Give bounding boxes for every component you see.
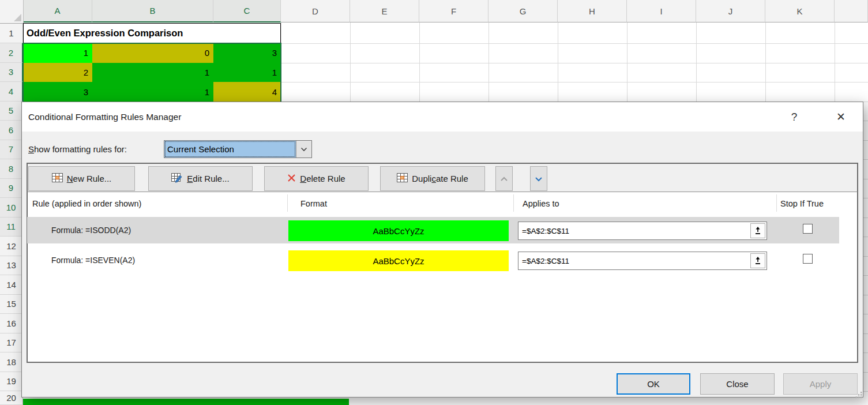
row-header-15[interactable]: 15 — [0, 295, 23, 314]
duplicate-rule-button[interactable]: Duplicate Rule — [380, 166, 485, 191]
chevron-down-icon[interactable] — [296, 141, 311, 158]
row20-formatted-strip[interactable] — [23, 399, 349, 405]
row-header-16[interactable]: 16 — [0, 314, 23, 333]
delete-rule-button[interactable]: Delete Rule — [264, 166, 369, 191]
column-header-C[interactable]: C — [213, 0, 281, 22]
delete-rule-icon — [287, 174, 296, 184]
gridline — [419, 22, 420, 102]
list-header-stop-if-true: Stop If True — [780, 194, 824, 213]
chevron-up-icon — [500, 174, 508, 183]
gridline — [489, 22, 489, 102]
row-header-1[interactable]: 1 — [0, 23, 23, 43]
row-header-3[interactable]: 3 — [0, 63, 23, 82]
select-all-corner[interactable] — [0, 0, 24, 24]
stop-if-true-checkbox[interactable] — [803, 224, 813, 234]
row-header-2[interactable]: 2 — [0, 43, 23, 63]
applies-to-field — [518, 252, 767, 270]
row-header-4[interactable]: 4 — [0, 82, 23, 102]
column-separator — [776, 194, 777, 212]
list-header-rule: Rule (applied in order shown) — [32, 194, 141, 213]
row-header-13[interactable]: 13 — [0, 256, 23, 276]
show-rules-selected-value[interactable]: Current Selection — [164, 141, 296, 158]
column-header-F[interactable]: F — [419, 0, 489, 22]
excel-app: ABCDEFGHIJK 1234567891011121314151617181… — [0, 0, 868, 405]
move-rule-up-button[interactable] — [495, 166, 513, 191]
rule-row-iseven[interactable]: Formula: =ISEVEN(A2) AaBbCcYyZz — [27, 247, 839, 273]
format-preview: AaBbCcYyZz — [288, 250, 509, 271]
move-rule-down-button[interactable] — [530, 166, 547, 191]
column-header-I[interactable]: I — [627, 0, 696, 22]
conditional-formatting-rules-manager-dialog: Conditional Formatting Rules Manager ? ✕… — [21, 102, 863, 397]
applies-to-input[interactable] — [518, 227, 750, 235]
column-header-E[interactable]: E — [350, 0, 419, 22]
column-header-partial[interactable] — [835, 0, 868, 22]
collapse-dialog-icon[interactable] — [750, 253, 765, 268]
column-header-K[interactable]: K — [765, 0, 835, 22]
row-header-20[interactable]: 20 — [0, 391, 23, 405]
row-header-18[interactable]: 18 — [0, 352, 23, 372]
column-header-H[interactable]: H — [558, 0, 627, 22]
resize-grip[interactable] — [855, 390, 862, 400]
gridline — [765, 22, 766, 102]
row-header-5[interactable]: 5 — [0, 102, 23, 121]
close-icon[interactable]: ✕ — [828, 102, 854, 132]
rule-formula: Formula: =ISODD(A2) — [51, 217, 131, 243]
list-header-format: Format — [300, 194, 327, 213]
row-header-6[interactable]: 6 — [0, 121, 23, 140]
edit-rule-button[interactable]: Edit Rule... — [148, 166, 253, 191]
gridline — [835, 22, 835, 102]
applies-to-field — [518, 222, 767, 240]
cell-A1-title[interactable]: Odd/Even Expression Comparison — [23, 23, 281, 43]
column-header-G[interactable]: G — [489, 0, 558, 22]
stop-if-true-checkbox[interactable] — [803, 254, 813, 264]
format-preview: AaBbCcYyZz — [288, 220, 509, 241]
rule-formula: Formula: =ISEVEN(A2) — [51, 247, 135, 273]
ok-button[interactable]: OK — [617, 373, 690, 395]
row-header-19[interactable]: 19 — [0, 372, 23, 392]
row-header-12[interactable]: 12 — [0, 237, 23, 256]
duplicate-rule-label: Duplicate Rule — [412, 174, 468, 183]
close-button[interactable]: Close — [700, 373, 775, 395]
gridline — [558, 22, 558, 102]
help-icon[interactable]: ? — [781, 102, 807, 132]
column-separator — [513, 194, 514, 212]
row-header-9[interactable]: 9 — [0, 179, 23, 198]
new-rule-label: New Rule... — [67, 174, 112, 183]
edit-rule-icon — [171, 173, 183, 185]
row-header-7[interactable]: 7 — [0, 140, 23, 160]
column-header-B[interactable]: B — [92, 0, 213, 22]
delete-rule-label: Delete Rule — [300, 174, 345, 183]
column-header-A[interactable]: A — [23, 0, 92, 22]
row-header-14[interactable]: 14 — [0, 275, 23, 295]
row-header-17[interactable]: 17 — [0, 333, 23, 353]
select-all-triangle-icon — [14, 14, 21, 21]
row-header-10[interactable]: 10 — [0, 198, 23, 217]
column-header-J[interactable]: J — [696, 0, 765, 22]
column-header-D[interactable]: D — [281, 0, 350, 22]
apply-button[interactable]: Apply — [783, 373, 858, 395]
rule-row-isodd[interactable]: Formula: =ISODD(A2) AaBbCcYyZz — [27, 217, 839, 243]
show-rules-dropdown[interactable]: Current Selection — [164, 140, 312, 158]
selection-range-border — [22, 43, 281, 102]
new-rule-button[interactable]: New Rule... — [28, 166, 135, 191]
new-rule-icon — [52, 173, 63, 184]
row-header-11[interactable]: 11 — [0, 217, 23, 237]
gridline — [696, 22, 697, 102]
row-header-8[interactable]: 8 — [0, 159, 23, 179]
chevron-down-icon — [535, 174, 543, 183]
dialog-title: Conditional Formatting Rules Manager — [28, 102, 181, 132]
list-header-applies-to: Applies to — [523, 194, 559, 213]
gridline — [627, 22, 627, 102]
column-separator — [287, 194, 288, 212]
show-rules-label: Show formatting rules for: — [28, 138, 127, 159]
edit-rule-label: Edit Rule... — [187, 174, 229, 183]
applies-to-input[interactable] — [518, 257, 750, 265]
duplicate-rule-icon — [397, 173, 408, 184]
gridline — [350, 22, 351, 102]
collapse-dialog-icon[interactable] — [750, 223, 765, 238]
